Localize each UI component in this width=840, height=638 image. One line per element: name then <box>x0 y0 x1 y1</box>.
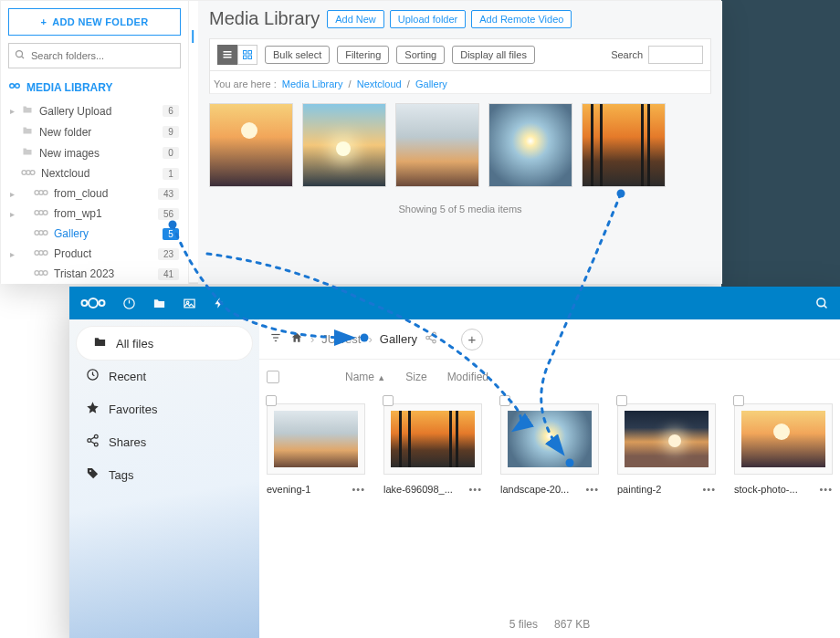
add-button[interactable]: + <box>461 329 483 350</box>
home-icon[interactable] <box>290 331 303 347</box>
more-icon[interactable]: ••• <box>352 484 365 495</box>
svg-point-13 <box>35 231 39 235</box>
file-checkbox[interactable] <box>616 395 627 406</box>
breadcrumb-link[interactable]: Gallery <box>415 78 447 89</box>
file-thumbnail[interactable] <box>617 403 716 475</box>
sidebar-item-recent[interactable]: Recent <box>69 360 259 392</box>
view-list-button[interactable] <box>217 45 237 65</box>
filtering-button[interactable]: Filtering <box>337 46 389 64</box>
svg-point-15 <box>43 231 47 235</box>
folder-tree-item[interactable]: ▸Gallery Upload6 <box>8 100 181 121</box>
media-library-header: Media Library Add NewUpload folderAdd Re… <box>209 8 711 29</box>
svg-point-18 <box>43 251 47 256</box>
search-label: Search <box>611 49 643 60</box>
display-all-files-button[interactable]: Display all files <box>452 46 535 64</box>
file-checkbox[interactable] <box>266 395 277 406</box>
sidebar-item-tags[interactable]: Tags <box>69 458 259 491</box>
nextcloud-topbar <box>69 287 840 319</box>
dashboard-icon[interactable] <box>122 297 136 310</box>
breadcrumb-link[interactable]: Nextcloud <box>357 78 402 89</box>
more-icon[interactable]: ••• <box>468 484 482 495</box>
add-remote-video-button[interactable]: Add Remote Video <box>471 10 572 28</box>
col-modified[interactable]: Modified <box>447 371 488 383</box>
folder-icon <box>21 146 34 160</box>
media-thumbnail[interactable] <box>582 103 666 187</box>
nextcloud-breadcrumb: › JU Test › Gallery + <box>259 319 840 360</box>
folder-tree-item[interactable]: ▸from_cloud43 <box>8 183 181 204</box>
folder-tree-item[interactable]: New images0 <box>8 142 181 163</box>
activity-icon[interactable] <box>213 297 226 309</box>
svg-point-29 <box>89 298 98 308</box>
folder-tree-item[interactable]: Gallery5 <box>8 224 181 244</box>
svg-point-16 <box>35 251 39 256</box>
svg-point-19 <box>35 271 39 276</box>
media-thumbnail[interactable] <box>209 103 293 187</box>
media-thumbnail[interactable] <box>488 103 572 187</box>
file-checkbox[interactable] <box>733 395 744 406</box>
sidebar-item-favorites[interactable]: Favorites <box>69 392 259 425</box>
tag-icon <box>86 466 100 483</box>
folder-count: 9 <box>163 126 179 138</box>
media-library-root[interactable]: MEDIA LIBRARY <box>8 79 181 95</box>
svg-point-0 <box>16 51 23 58</box>
more-icon[interactable]: ••• <box>585 484 599 495</box>
file-thumbnail[interactable] <box>734 403 833 475</box>
file-checkbox[interactable] <box>383 395 394 406</box>
media-search-input[interactable] <box>648 46 703 64</box>
folder-search-input[interactable] <box>31 50 174 61</box>
search-icon[interactable] <box>815 297 829 310</box>
share-icon[interactable] <box>425 331 437 347</box>
folder-icon <box>21 125 34 139</box>
media-thumbnail[interactable] <box>395 103 479 187</box>
more-icon[interactable]: ••• <box>702 484 716 495</box>
more-icon[interactable]: ••• <box>819 484 833 495</box>
folder-count: 56 <box>158 208 179 220</box>
folder-tree-item[interactable]: New folder9 <box>8 121 181 142</box>
view-grid-button[interactable] <box>237 45 257 65</box>
add-new-folder-button[interactable]: + ADD NEW FOLDER <box>8 8 181 36</box>
plus-icon: + <box>41 16 47 27</box>
col-name[interactable]: Name ▲ <box>345 371 385 383</box>
media-thumbnail[interactable] <box>302 103 386 187</box>
folder-tree-item[interactable]: ▸Product23 <box>8 244 181 264</box>
svg-point-10 <box>35 211 39 215</box>
breadcrumb-item[interactable]: Gallery <box>380 332 417 346</box>
media-library-panel: + ADD NEW FOLDER MEDIA LIBRARY ▸Gallery … <box>0 0 721 283</box>
col-size[interactable]: Size <box>405 371 426 383</box>
sidebar-item-shares[interactable]: Shares <box>69 425 259 458</box>
folder-count: 23 <box>158 248 179 260</box>
upload-folder-button[interactable]: Upload folder <box>390 10 466 28</box>
sidebar-item-all-files[interactable]: All files <box>77 327 252 360</box>
folder-tree-item[interactable]: Tristan 202341 <box>8 264 181 284</box>
files-icon[interactable] <box>152 297 166 310</box>
folder-count: 43 <box>158 188 179 200</box>
folder-search[interactable] <box>8 43 181 68</box>
file-name: landscape-20... <box>500 484 569 495</box>
chain-icon <box>34 187 48 200</box>
file-thumbnail[interactable] <box>383 403 482 475</box>
file-thumbnail[interactable] <box>267 403 365 475</box>
folder-tree-item[interactable]: Nextcloud1 <box>8 163 181 183</box>
file-name: painting-2 <box>617 484 661 495</box>
photos-icon[interactable] <box>183 297 196 310</box>
file-checkbox[interactable] <box>499 395 510 406</box>
breadcrumb: You are here : Media Library / Nextcloud… <box>209 71 711 94</box>
nextcloud-logo-icon[interactable] <box>80 297 106 309</box>
caret-icon: ▸ <box>10 189 15 199</box>
drag-handle-icon[interactable]: || <box>191 28 192 43</box>
breadcrumb-link[interactable]: Media Library <box>282 78 343 89</box>
filter-icon[interactable] <box>268 331 283 347</box>
chain-icon <box>21 167 36 180</box>
sort-asc-icon: ▲ <box>377 373 385 382</box>
add-new-button[interactable]: Add New <box>327 10 384 28</box>
sorting-button[interactable]: Sorting <box>396 46 445 64</box>
select-all-checkbox[interactable] <box>267 371 279 383</box>
breadcrumb-item[interactable]: JU Test <box>321 332 361 346</box>
media-thumbnails <box>209 103 711 187</box>
caret-icon: ▸ <box>10 209 15 219</box>
file-name: stock-photo-... <box>734 484 798 495</box>
file-thumbnail[interactable] <box>500 403 599 475</box>
folder-tree-item[interactable]: ▸from_wp156 <box>8 204 181 224</box>
bulk-select-button[interactable]: Bulk select <box>265 46 330 64</box>
folder-label: New folder <box>39 126 91 139</box>
